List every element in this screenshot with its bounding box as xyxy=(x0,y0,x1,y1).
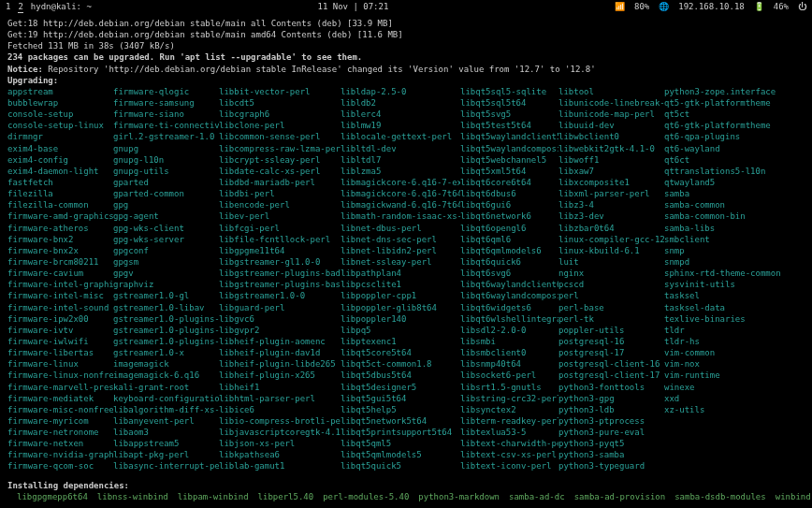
package-name: python3-pure-eval xyxy=(558,427,664,438)
package-name: libpq5 xyxy=(341,325,460,336)
package-name: libqt5dbus5t64 xyxy=(341,370,460,381)
package-name: libfile-fcntllock-perl xyxy=(219,234,341,245)
package-name: firmware-linux xyxy=(7,358,113,370)
package-name: gstreamer1.0-x xyxy=(113,347,219,358)
package-name: libqt6core6t64 xyxy=(460,177,558,188)
package-name: libqt5test5t64 xyxy=(460,120,558,131)
package-name: libqt5waylandcompositor5 xyxy=(460,143,558,154)
package-name: libsdl2-2.0-0 xyxy=(460,325,558,336)
dependency-name: winbind xyxy=(776,491,811,502)
package-name: gstreamer1.0-plugins-good xyxy=(113,336,219,347)
package-name: libqt5qml5 xyxy=(341,438,460,449)
package-name: python3-typeguard xyxy=(558,460,664,472)
package-name: python3-pyqt5 xyxy=(558,438,664,449)
package-name: firmware-atheros xyxy=(7,223,113,234)
package-name: libterm-readkey-perl xyxy=(460,415,558,427)
package-name: libgstreamer1.0-0 xyxy=(219,290,341,301)
package-name: firmware-ivtv xyxy=(7,325,113,336)
package-name: sysvinit-utils xyxy=(664,279,805,290)
package-name: libunicode-linebreak-perl xyxy=(558,97,664,109)
package-name: firmware-intel-graphics xyxy=(7,279,113,290)
package-name: firmware-intel-sound xyxy=(7,302,113,313)
package-name: libclone-perl xyxy=(219,120,341,131)
package-name: libcommon-sense-perl xyxy=(219,131,341,142)
dependency-name: perl-modules-5.40 xyxy=(323,491,409,502)
package-name: libnet-ssleay-perl xyxy=(341,256,460,268)
package-name: libkpathsea6 xyxy=(219,449,341,460)
package-name: libqt5help5 xyxy=(341,404,460,415)
package-name: tasksel-data xyxy=(664,302,805,313)
package-name: libqt5webchannel5 xyxy=(460,154,558,166)
clock-time: 07:21 xyxy=(363,2,388,11)
package-name: postgresql-17 xyxy=(558,347,664,358)
terminal-area[interactable]: Get:18 http://deb.debian.org/debian stab… xyxy=(0,14,812,508)
package-name: libqt6qml6 xyxy=(460,234,558,245)
package-grid: appstreamfirmware-qlogiclibbit-vector-pe… xyxy=(7,86,805,472)
package-name: python3-fonttools xyxy=(558,382,664,393)
clock-date: 11 Nov xyxy=(318,2,349,11)
package-name: libgvc6 xyxy=(219,313,341,325)
package-name: imagemagick xyxy=(113,358,219,370)
package-name: libldap-2.5-0 xyxy=(341,86,460,97)
package-name: libapt-pkg-perl xyxy=(113,449,219,460)
package-name: libqt5waylandclient5 xyxy=(460,131,558,142)
package-name: libtext-csv-xs-perl xyxy=(460,449,558,460)
package-name: fastfetch xyxy=(7,177,113,188)
package-name: snmp xyxy=(664,245,805,256)
package-name: postgresql-16 xyxy=(558,336,664,347)
package-name: libdbd-mariadb-perl xyxy=(219,177,341,188)
package-name: firmware-qcom-soc xyxy=(7,460,113,472)
package-name: libgstreamer-gl1.0-0 xyxy=(219,256,341,268)
package-name: libqt5printsupport5t64 xyxy=(341,427,460,438)
package-name: firmware-qlogic xyxy=(113,86,219,97)
package-name: libqt6dbus6 xyxy=(460,188,558,199)
package-name: firmware-amd-graphics xyxy=(7,210,113,222)
tab-2[interactable]: 2 xyxy=(18,1,22,13)
package-name: pcscd xyxy=(558,279,664,290)
globe-icon: 🌐 xyxy=(659,1,669,12)
package-name: qt6-gtk-platformtheme xyxy=(664,120,805,131)
deps-grid: libgpgmepp6t64libnss-winbindlibpam-winbi… xyxy=(7,491,805,502)
package-name: firmware-cavium xyxy=(7,268,113,279)
package-name: graphviz xyxy=(113,279,219,290)
ip-address: 192.168.10.18 xyxy=(678,1,744,12)
package-name: firmware-bnx2x xyxy=(7,245,113,256)
dependency-name: libgpgmepp6t64 xyxy=(17,491,88,502)
package-name: libqt5core5t64 xyxy=(341,347,460,358)
package-name: libqt5ct-common1.8 xyxy=(341,358,460,370)
dependency-name: samba-ad-provision xyxy=(574,491,666,502)
dependency-name: libnss-winbind xyxy=(97,491,168,502)
package-name: firmware-libertas xyxy=(7,347,113,358)
package-name: python3-zope.interface xyxy=(664,86,805,97)
package-name: samba-libs xyxy=(664,223,805,234)
package-name: libfcgi-perl xyxy=(219,223,341,234)
package-name: qtwayland5 xyxy=(664,177,805,188)
package-name: libqt5gui5t64 xyxy=(341,393,460,404)
package-name: tldr xyxy=(664,325,805,336)
package-name: libnet-dbus-perl xyxy=(341,223,460,234)
package-name: libqt5quick5 xyxy=(341,460,460,472)
package-name: libpoppler-cpp1 xyxy=(341,290,460,301)
package-name: libqt5network5t64 xyxy=(341,415,460,427)
package-name: libxcomposite1 xyxy=(558,177,664,188)
package-name: samba xyxy=(664,188,805,199)
package-name: liblzma5 xyxy=(341,166,460,177)
package-name: libxml-parser-perl xyxy=(558,188,664,199)
package-name: python3-ptprocess xyxy=(558,415,664,427)
package-name: firmware-brcm80211 xyxy=(7,256,113,268)
package-name: nginx xyxy=(558,268,664,279)
package-name: libnet-dns-sec-perl xyxy=(341,234,460,245)
battery-icon: 🔋 xyxy=(754,1,764,12)
package-name: libappstream5 xyxy=(113,438,219,449)
package-name: libqt6opengl6 xyxy=(460,223,558,234)
package-name: girl.2-gstreamer-1.0 xyxy=(113,131,219,142)
power-icon: ⏻ xyxy=(798,1,806,12)
package-name: firmware-netronome xyxy=(7,427,113,438)
package-name: libmagickcore-6.q16-7-extra xyxy=(341,177,460,188)
tab-1[interactable]: 1 xyxy=(6,1,10,12)
package-name: libheif1 xyxy=(219,382,341,393)
package-name: perl xyxy=(558,290,664,301)
package-name: gpgv xyxy=(113,268,219,279)
package-name: libsocket6-perl xyxy=(460,370,558,381)
package-name: gpg-wks-server xyxy=(113,234,219,245)
